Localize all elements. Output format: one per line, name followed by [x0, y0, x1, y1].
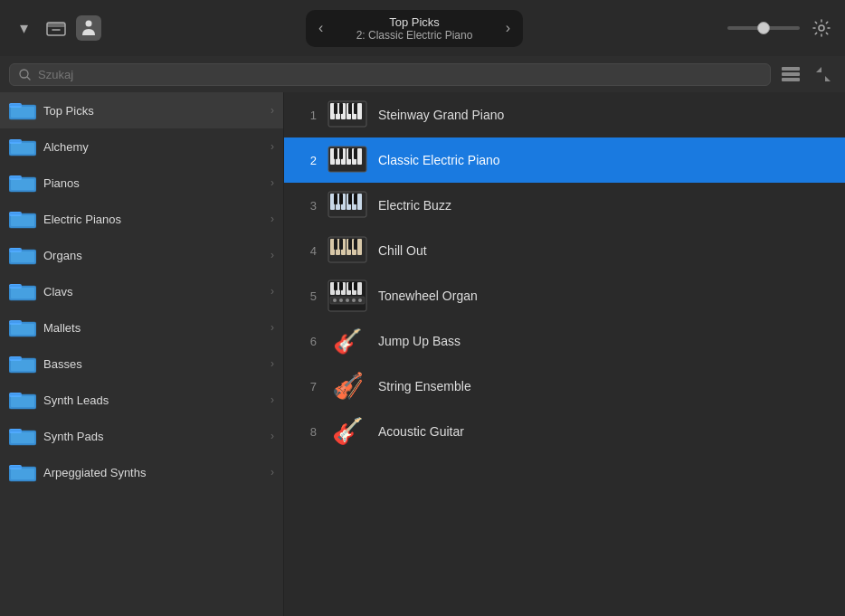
sidebar-item-electric-pianos[interactable]: Electric Pianos› — [0, 201, 283, 237]
svg-rect-96 — [348, 239, 352, 250]
svg-rect-75 — [354, 148, 357, 159]
nav-next-button[interactable]: › — [506, 20, 510, 36]
top-bar: ▾ ‹ Top Picks 2: Classic Electric Piano … — [0, 0, 845, 56]
svg-point-112 — [346, 299, 349, 302]
svg-rect-106 — [339, 282, 343, 290]
sidebar-item-mallets[interactable]: Mallets› — [0, 309, 283, 346]
svg-point-114 — [358, 299, 362, 302]
chevron-right-icon: › — [271, 321, 274, 334]
folder-icon — [9, 209, 34, 229]
sidebar-item-organs[interactable]: Organs› — [0, 237, 283, 273]
volume-slider[interactable] — [727, 26, 800, 30]
list-item[interactable]: 7🎻String Ensemble — [284, 364, 845, 409]
svg-rect-82 — [357, 194, 362, 210]
folder-icon — [9, 426, 34, 446]
item-number: 2 — [299, 154, 317, 167]
list-item[interactable]: 2 Classic Electric Piano — [284, 137, 845, 183]
nav-prev-button[interactable]: ‹ — [318, 20, 323, 36]
violin-icon: 🎻 — [332, 374, 364, 399]
chevron-right-icon: › — [271, 104, 274, 117]
figure-button[interactable] — [76, 15, 101, 41]
sidebar-item-label: Top Picks — [43, 104, 261, 118]
instrument-thumbnail — [328, 233, 367, 268]
folder-icon — [9, 354, 34, 374]
instrument-name: String Ensemble — [378, 379, 471, 393]
sidebar-item-label: Alchemy — [43, 140, 261, 154]
sidebar-item-alchemy[interactable]: Alchemy› — [0, 128, 283, 165]
item-number: 8 — [299, 425, 317, 439]
instrument-list: 1 Steinway Grand Piano2 Classic Electr — [284, 92, 845, 616]
chevron-right-icon: › — [271, 140, 274, 153]
list-item[interactable]: 5 Tonewheel Organ — [284, 273, 845, 318]
svg-rect-72 — [334, 148, 337, 159]
sidebar-item-arpeggiated-synths[interactable]: Arpeggiated Synths› — [0, 454, 283, 490]
svg-rect-93 — [357, 239, 362, 255]
folder-icon — [9, 173, 34, 193]
sidebar-item-pianos[interactable]: Pianos› — [0, 165, 283, 201]
slider-track — [727, 26, 800, 30]
instrument-name: Classic Electric Piano — [378, 153, 500, 167]
svg-rect-36 — [11, 324, 34, 335]
list-item[interactable]: 6🎸Jump Up Bass — [284, 318, 845, 364]
item-number: 3 — [299, 199, 317, 213]
folder-icon — [9, 281, 34, 301]
search-input[interactable] — [38, 68, 761, 81]
folder-icon — [9, 462, 34, 482]
list-item[interactable]: 8🎸Acoustic Guitar — [284, 409, 845, 454]
instrument-thumbnail — [328, 143, 367, 177]
svg-rect-9 — [782, 78, 800, 81]
item-number: 1 — [299, 109, 317, 122]
gear-icon — [812, 19, 831, 37]
svg-rect-28 — [11, 251, 34, 262]
instrument-thumbnail — [328, 98, 367, 132]
search-icon — [19, 69, 31, 81]
svg-point-3 — [86, 21, 92, 27]
instrument-name: Steinway Grand Piano — [378, 108, 504, 122]
instrument-thumbnail: 🎻 — [328, 369, 367, 403]
nav-title-sub: 2: Classic Electric Piano — [334, 29, 494, 42]
settings-button[interactable] — [809, 15, 834, 41]
collapse-view-button[interactable] — [811, 62, 836, 87]
sidebar-item-label: Basses — [43, 357, 261, 371]
list-item[interactable]: 1 Steinway Grand Piano — [284, 92, 845, 137]
svg-rect-8 — [782, 72, 800, 76]
svg-rect-94 — [334, 239, 337, 250]
sidebar-item-label: Electric Pianos — [43, 213, 261, 226]
folder-icon — [9, 100, 34, 120]
chevron-right-icon: › — [271, 213, 274, 225]
instrument-thumbnail — [328, 188, 367, 223]
list-item[interactable]: 3 Electric Buzz — [284, 183, 845, 228]
svg-rect-73 — [339, 148, 343, 159]
instrument-thumbnail: 🎸 — [328, 324, 367, 358]
instrument-thumbnail: 🎸 — [328, 414, 367, 449]
svg-rect-7 — [782, 67, 800, 71]
sidebar-item-synth-leads[interactable]: Synth Leads› — [0, 382, 283, 418]
svg-rect-105 — [334, 282, 337, 290]
sidebar-item-top-picks[interactable]: Top Picks› — [0, 92, 283, 128]
nav-title-main: Top Picks — [334, 15, 494, 29]
library-button[interactable] — [43, 15, 69, 41]
sidebar-item-label: Pianos — [43, 176, 261, 190]
svg-rect-12 — [11, 107, 34, 118]
svg-rect-24 — [11, 215, 34, 226]
library-icon — [46, 19, 66, 37]
svg-rect-108 — [354, 282, 357, 290]
svg-rect-20 — [11, 179, 34, 190]
sidebar: Top Picks› Alchemy› Pianos› Electric Pia… — [0, 92, 284, 616]
svg-rect-62 — [339, 103, 343, 114]
chevron-right-icon: › — [271, 430, 274, 442]
dropdown-icon: ▾ — [20, 18, 28, 38]
svg-rect-60 — [357, 103, 362, 119]
svg-point-110 — [333, 299, 337, 302]
list-view-button[interactable] — [778, 62, 803, 87]
sidebar-item-basses[interactable]: Basses› — [0, 346, 283, 382]
sidebar-item-label: Arpeggiated Synths — [43, 466, 261, 479]
sidebar-item-synth-pads[interactable]: Synth Pads› — [0, 418, 283, 454]
svg-rect-52 — [11, 469, 34, 479]
svg-rect-83 — [334, 194, 337, 204]
sidebar-item-clavs[interactable]: Clavs› — [0, 273, 283, 309]
figure-icon — [81, 19, 97, 37]
dropdown-button[interactable]: ▾ — [11, 15, 36, 41]
main-content: Top Picks› Alchemy› Pianos› Electric Pia… — [0, 92, 845, 616]
list-item[interactable]: 4 Chill Out — [284, 228, 845, 273]
